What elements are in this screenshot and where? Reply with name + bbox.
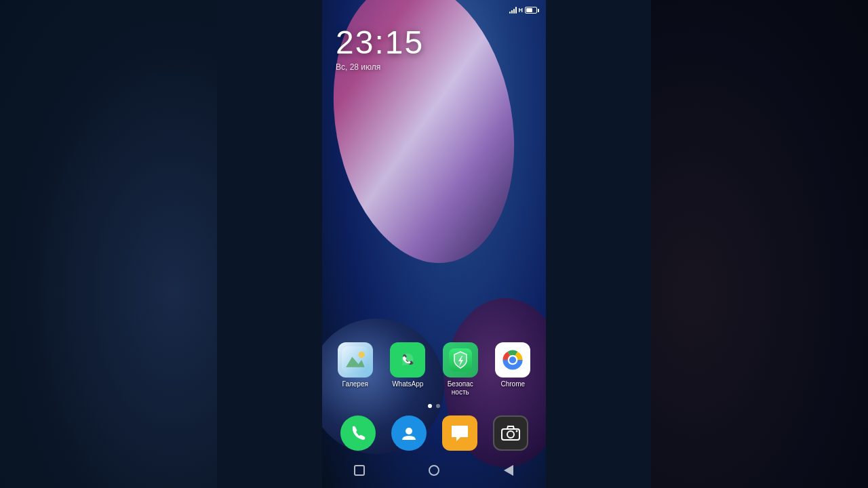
dock-messages[interactable] — [442, 415, 477, 451]
camera-icon — [500, 424, 521, 443]
whatsapp-icon-svg: 📞 — [396, 348, 419, 371]
svg-point-13 — [515, 430, 517, 432]
whatsapp-app-label: WhatsApp — [392, 380, 423, 388]
signal-strength-icon — [509, 7, 517, 14]
security-app-icon[interactable] — [443, 342, 478, 378]
app-grid: Галерея 📞 WhatsApp — [322, 342, 546, 396]
contacts-icon — [399, 424, 418, 443]
phone-screen: H 23:15 Вс, 28 июля — [322, 0, 546, 488]
messages-icon — [450, 424, 470, 443]
app-item-chrome[interactable]: Chrome — [489, 342, 536, 388]
clock-display: 23:15 — [336, 24, 424, 61]
dock-contacts[interactable] — [391, 415, 427, 451]
app-item-whatsapp[interactable]: 📞 WhatsApp — [384, 342, 431, 388]
whatsapp-app-icon[interactable]: 📞 — [390, 342, 425, 378]
battery-icon — [525, 7, 539, 14]
page-dot-inactive[interactable] — [436, 404, 440, 408]
screen-container: H 23:15 Вс, 28 июля — [0, 0, 868, 488]
gallery-app-label: Галерея — [342, 380, 368, 388]
phone-icon — [349, 424, 368, 443]
battery-fill — [526, 8, 532, 12]
right-panel-blur — [651, 0, 868, 488]
time-section: 23:15 Вс, 28 июля — [336, 24, 424, 72]
app-item-security[interactable]: Безопас ность — [437, 342, 484, 396]
date-display: Вс, 28 июля — [336, 62, 424, 72]
dock — [322, 415, 546, 451]
status-icons: H — [509, 7, 540, 14]
svg-rect-0 — [342, 346, 369, 373]
back-icon — [504, 465, 513, 476]
battery-tip — [538, 9, 539, 12]
signal-bar-2 — [511, 10, 513, 14]
signal-bar-3 — [513, 9, 515, 14]
security-icon-svg — [449, 348, 472, 371]
app-item-gallery[interactable]: Галерея — [332, 342, 379, 388]
battery-body — [525, 7, 537, 14]
app-row-main: Галерея 📞 WhatsApp — [329, 342, 539, 396]
nav-back-button[interactable] — [496, 458, 521, 483]
chrome-app-label: Chrome — [500, 380, 525, 388]
chrome-icon-svg — [500, 347, 526, 373]
svg-point-9 — [509, 357, 516, 363]
signal-bar-4 — [515, 7, 517, 14]
home-icon — [429, 465, 439, 476]
security-app-label: Безопас ность — [448, 380, 473, 396]
chrome-app-icon[interactable] — [495, 342, 530, 378]
page-dots — [322, 404, 546, 408]
recents-icon — [354, 465, 365, 476]
page-dot-active[interactable] — [428, 404, 432, 408]
signal-bar-1 — [509, 12, 511, 14]
gallery-app-icon[interactable] — [338, 342, 373, 378]
dock-phone[interactable] — [340, 415, 376, 451]
dock-camera[interactable] — [493, 415, 528, 451]
left-panel-blur — [0, 0, 217, 488]
nav-home-button[interactable] — [422, 458, 446, 483]
network-type: H — [519, 7, 524, 14]
nav-recents-button[interactable] — [347, 458, 372, 483]
svg-point-10 — [406, 428, 412, 434]
svg-point-12 — [507, 431, 514, 438]
status-bar: H — [322, 0, 546, 20]
nav-bar — [322, 453, 546, 488]
gallery-icon-svg — [342, 346, 369, 373]
svg-point-2 — [358, 352, 364, 358]
